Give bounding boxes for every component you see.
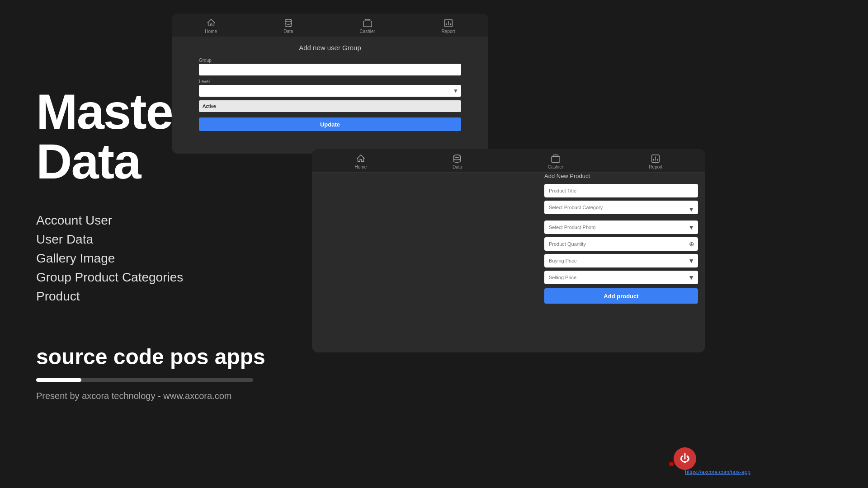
power-button[interactable]: ⏻	[674, 447, 696, 470]
active-input[interactable]	[199, 100, 461, 112]
bottom-nav-data[interactable]: Data	[452, 154, 462, 169]
product-category-input[interactable]	[544, 201, 698, 214]
active-field-wrapper	[199, 100, 461, 112]
selling-price-wrapper: ▼	[544, 271, 698, 284]
product-photo-wrapper: ▼	[544, 221, 698, 234]
top-app-screenshot: Home Data Cashier Report Add new user Gr…	[172, 14, 488, 154]
svg-point-0	[285, 19, 292, 22]
update-button[interactable]: Update	[199, 117, 461, 131]
level-field-wrapper: Level ▼	[199, 79, 461, 97]
level-input-wrapper: ▼	[199, 85, 461, 97]
bottom-nav-report[interactable]: Report	[649, 154, 662, 169]
nav-report[interactable]: Report	[442, 18, 455, 34]
nav-home[interactable]: Home	[205, 18, 217, 34]
bottom-nav-bar: Home Data Cashier Report	[312, 149, 705, 173]
add-product-title: Add New Product	[544, 173, 698, 179]
add-product-button[interactable]: Add product	[544, 288, 698, 304]
top-nav-bar: Home Data Cashier Report	[172, 14, 488, 37]
link-text[interactable]: https://axcora.com/pos-app	[685, 469, 750, 475]
svg-rect-4	[552, 156, 560, 162]
svg-point-3	[454, 155, 461, 158]
right-section: Home Data Cashier Report Add new user Gr…	[172, 0, 868, 488]
level-label: Level	[199, 79, 461, 84]
nav-data[interactable]: Data	[283, 18, 293, 34]
product-qty-input[interactable]	[544, 237, 698, 251]
bottom-nav-home[interactable]: Home	[355, 154, 367, 169]
product-photo-input[interactable]	[544, 221, 698, 234]
top-form-area: Add new user Group Group Level ▼ Update	[172, 37, 488, 138]
progress-bar-fill	[36, 378, 81, 382]
form-title: Add new user Group	[299, 44, 361, 52]
svg-rect-1	[363, 21, 372, 27]
group-field-wrapper: Group	[199, 58, 461, 75]
level-input[interactable]	[199, 85, 461, 97]
product-title-input[interactable]	[544, 184, 698, 197]
nav-cashier[interactable]: Cashier	[359, 18, 375, 34]
product-category-wrapper: ▼	[544, 201, 698, 217]
red-dot-indicator	[669, 462, 674, 466]
buying-price-input[interactable]	[544, 254, 698, 267]
product-form-area: Add New Product ▼ ▼ ⊕ ▼ ▼	[544, 173, 698, 304]
group-input[interactable]	[199, 64, 461, 75]
product-qty-wrapper: ⊕	[544, 237, 698, 251]
group-label: Group	[199, 58, 461, 63]
bottom-nav-cashier[interactable]: Cashier	[548, 154, 563, 169]
buying-price-wrapper: ▼	[544, 254, 698, 267]
bottom-app-screenshot: Home Data Cashier Report Add New Product…	[312, 149, 705, 352]
power-icon: ⏻	[680, 453, 690, 465]
selling-price-input[interactable]	[544, 271, 698, 284]
level-dropdown-icon: ▼	[453, 88, 458, 94]
